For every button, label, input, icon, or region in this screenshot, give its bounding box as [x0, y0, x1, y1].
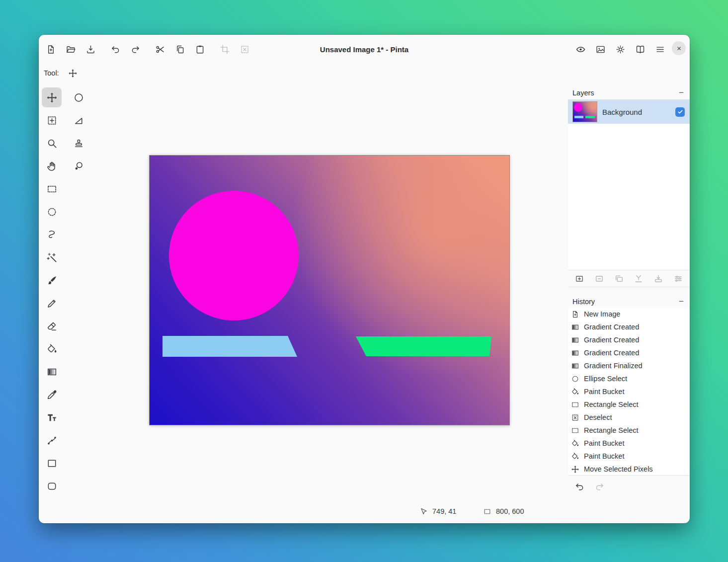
main-menu-button[interactable]	[652, 41, 668, 57]
selection-actions-group	[217, 41, 252, 57]
image-size-value: 800, 600	[496, 507, 524, 515]
save-button[interactable]	[82, 41, 98, 57]
magic-wand-icon	[46, 252, 58, 263]
paste-button[interactable]	[192, 41, 208, 57]
copy-icon	[175, 44, 185, 55]
undo-icon	[574, 482, 585, 492]
addins-button[interactable]	[632, 41, 648, 57]
adjustments-icon	[615, 44, 626, 55]
image-menu-button[interactable]	[592, 41, 608, 57]
history-item[interactable]: Paint Bucket	[568, 450, 690, 463]
new-image-icon	[46, 44, 56, 55]
tool-text[interactable]	[42, 407, 62, 427]
tool-eraser[interactable]	[42, 316, 62, 336]
history-item[interactable]: Move Selected Pixels	[568, 463, 690, 476]
history-step-icon	[571, 349, 579, 357]
color-picker-icon	[46, 389, 58, 401]
tool-rectangle[interactable]	[42, 453, 62, 473]
preview-button[interactable]	[572, 41, 588, 57]
crop-to-selection-button[interactable]	[217, 41, 233, 57]
layer-row-background[interactable]: Background	[568, 100, 690, 124]
layer-name: Background	[602, 108, 670, 116]
tool-recolor[interactable]	[69, 156, 88, 176]
tool-pan[interactable]	[42, 156, 62, 176]
layers-list: Background	[568, 100, 690, 270]
canvas-area	[149, 155, 510, 425]
tool-ellipse-select[interactable]	[42, 202, 62, 222]
tool-paint-bucket[interactable]	[42, 339, 62, 359]
delete-layer-button[interactable]	[591, 271, 607, 287]
history-collapse-button[interactable]: −	[675, 296, 688, 308]
paintbrush-icon	[46, 275, 58, 286]
tool-gradient[interactable]	[42, 362, 62, 382]
layer-actions-bar	[568, 270, 690, 287]
tool-ellipse[interactable]	[69, 87, 88, 107]
layer-visibility-checkbox[interactable]	[675, 107, 685, 117]
tool-paintbrush[interactable]	[42, 270, 62, 290]
history-redo-button[interactable]	[591, 479, 607, 494]
history-step-icon	[571, 375, 579, 383]
tool-clone-stamp[interactable]	[69, 133, 88, 153]
history-item-label: New Image	[584, 310, 620, 318]
tool-freeform-shape[interactable]	[69, 110, 88, 130]
layers-panel-title: Layers	[572, 89, 594, 97]
pencil-icon	[46, 298, 58, 309]
history-item[interactable]: Gradient Finalized	[568, 359, 690, 372]
canvas-magenta-circle	[169, 191, 299, 321]
history-item[interactable]: New Image	[568, 308, 690, 321]
book-icon	[635, 44, 646, 55]
history-item[interactable]: Paint Bucket	[568, 437, 690, 450]
history-item-label: Paint Bucket	[584, 452, 624, 460]
close-window-button[interactable]	[672, 41, 686, 55]
history-item[interactable]: Gradient Created	[568, 333, 690, 346]
add-layer-button[interactable]	[571, 271, 587, 287]
tool-magic-wand[interactable]	[42, 247, 62, 267]
tool-pencil[interactable]	[42, 293, 62, 313]
history-item[interactable]: Rectangle Select	[568, 398, 690, 411]
history-list: New Image Gradient Created Gradient Crea…	[568, 308, 690, 476]
history-item[interactable]: Deselect	[568, 411, 690, 424]
deselect-button[interactable]	[237, 41, 252, 57]
tool-zoom[interactable]	[42, 133, 62, 153]
eraser-icon	[46, 321, 58, 332]
tool-move-selection[interactable]	[42, 110, 62, 130]
history-item[interactable]: Rectangle Select	[568, 424, 690, 437]
image-icon	[595, 44, 606, 55]
redo-button[interactable]	[127, 41, 143, 57]
tool-lasso-select[interactable]	[42, 225, 62, 244]
deselect-icon	[240, 44, 250, 55]
tool-move-selected[interactable]	[42, 87, 62, 107]
menu-icon	[655, 44, 665, 55]
history-step-icon	[571, 452, 579, 461]
paint-bucket-icon	[46, 343, 58, 355]
import-layer-button[interactable]	[650, 271, 666, 287]
duplicate-layer-button[interactable]	[611, 271, 627, 287]
history-item-label: Rectangle Select	[584, 401, 639, 408]
tool-color-picker[interactable]	[42, 385, 62, 404]
open-button[interactable]	[63, 41, 79, 57]
tool-rectangle-select[interactable]	[42, 179, 62, 199]
cut-button[interactable]	[152, 41, 168, 57]
history-step-icon	[571, 413, 579, 422]
adjustments-button[interactable]	[612, 41, 628, 57]
new-image-button[interactable]	[43, 41, 59, 57]
drawing-canvas[interactable]	[150, 156, 509, 425]
text-icon	[46, 412, 58, 423]
history-item[interactable]: Ellipse Select	[568, 372, 690, 385]
history-item-label: Ellipse Select	[584, 375, 627, 383]
layers-collapse-button[interactable]: −	[675, 87, 688, 99]
tool-rounded-rectangle[interactable]	[42, 476, 62, 496]
history-item[interactable]: Gradient Created	[568, 346, 690, 359]
check-icon	[677, 108, 684, 115]
merge-layer-down-button[interactable]	[631, 271, 647, 287]
tool-line-curve[interactable]	[42, 430, 62, 450]
undo-button[interactable]	[107, 41, 123, 57]
history-item[interactable]: Gradient Created	[568, 321, 690, 333]
duplicate-layer-icon	[614, 274, 624, 284]
layer-properties-button[interactable]	[670, 271, 686, 287]
history-undo-button[interactable]	[571, 479, 587, 494]
history-step-icon	[571, 465, 579, 474]
ellipse-select-icon	[46, 206, 58, 218]
copy-button[interactable]	[172, 41, 188, 57]
history-item[interactable]: Paint Bucket	[568, 385, 690, 398]
